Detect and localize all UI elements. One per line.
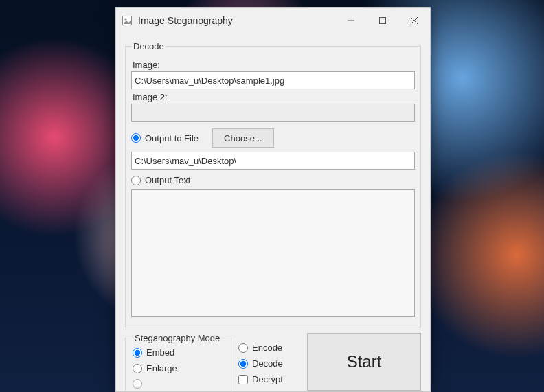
window-title: Image Steganography <box>138 15 233 26</box>
svg-point-1 <box>124 18 126 20</box>
decode-radio[interactable]: Decode <box>238 358 300 369</box>
decrypt-check-input[interactable] <box>238 375 248 384</box>
output-to-file-radio-input[interactable] <box>131 133 141 143</box>
app-window: Image Steganography Decode Image: Image … <box>115 7 431 392</box>
start-button[interactable]: Start <box>307 333 421 391</box>
svg-line-4 <box>411 17 418 24</box>
encode-decode-column: Encode Decode Decrypt <box>238 333 300 384</box>
decrypt-label: Decrypt <box>252 374 283 384</box>
encode-radio-input[interactable] <box>238 343 248 353</box>
mode-embed-label: Embed <box>146 347 174 358</box>
image2-path-input[interactable] <box>131 104 415 122</box>
output-to-file-radio[interactable]: Output to File <box>131 133 199 143</box>
decode-legend: Decode <box>131 41 166 51</box>
encode-label: Encode <box>252 343 282 353</box>
mode-third-radio[interactable] <box>133 379 224 389</box>
decode-group: Decode Image: Image 2: Output to File Ch… <box>125 41 421 327</box>
minimize-button[interactable] <box>335 8 367 34</box>
decrypt-check[interactable]: Decrypt <box>238 374 300 384</box>
app-icon <box>122 15 133 26</box>
decode-radio-input[interactable] <box>238 359 248 369</box>
output-text-radio[interactable]: Output Text <box>131 175 190 185</box>
maximize-button[interactable] <box>367 8 398 34</box>
output-text-area[interactable] <box>131 189 415 317</box>
mode-enlarge-radio-input[interactable] <box>133 364 142 373</box>
decode-label: Decode <box>252 358 283 369</box>
bottom-row: Steganography Mode Embed Enlarge <box>125 333 421 392</box>
mode-enlarge-label: Enlarge <box>146 363 177 373</box>
output-text-radio-input[interactable] <box>131 176 141 185</box>
image2-label: Image 2: <box>133 92 415 102</box>
close-button[interactable] <box>398 8 430 34</box>
mode-third-radio-input[interactable] <box>133 379 142 389</box>
encode-radio[interactable]: Encode <box>238 343 300 353</box>
mode-embed-radio-input[interactable] <box>133 348 142 358</box>
output-path-input[interactable] <box>131 152 415 170</box>
svg-line-5 <box>411 17 418 24</box>
mode-embed-radio[interactable]: Embed <box>133 347 224 358</box>
choose-button[interactable]: Choose... <box>212 128 274 148</box>
mode-legend: Steganography Mode <box>133 333 222 343</box>
output-to-file-label: Output to File <box>145 133 199 143</box>
titlebar[interactable]: Image Steganography <box>116 8 430 34</box>
output-text-label: Output Text <box>145 175 190 185</box>
mode-enlarge-radio[interactable]: Enlarge <box>133 363 224 373</box>
mode-group: Steganography Mode Embed Enlarge <box>125 333 231 392</box>
image-path-input[interactable] <box>131 71 415 89</box>
client-area: Decode Image: Image 2: Output to File Ch… <box>116 34 430 392</box>
desktop-wallpaper: Image Steganography Decode Image: Image … <box>0 0 544 392</box>
svg-rect-3 <box>380 18 386 24</box>
image-label: Image: <box>133 60 415 70</box>
